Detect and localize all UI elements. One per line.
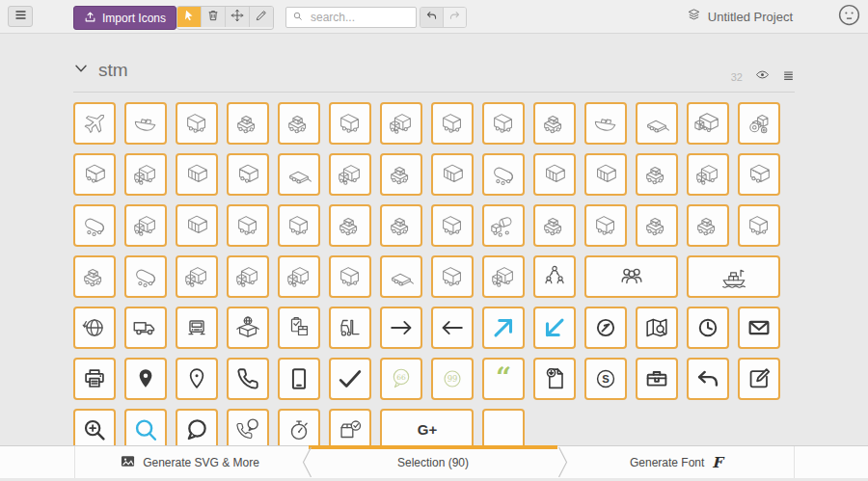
- icon-tile-location-pin-filled[interactable]: [124, 358, 167, 400]
- icon-tile-printer[interactable]: [73, 358, 116, 400]
- icon-tile-limousine[interactable]: [533, 204, 576, 247]
- icon-tile-dump-truck[interactable]: [687, 153, 729, 196]
- icon-tile-phone[interactable]: [227, 358, 269, 400]
- main-menu-button[interactable]: [8, 6, 33, 27]
- icon-tile-bus[interactable]: [73, 153, 116, 196]
- icon-tile-truck-front[interactable]: [176, 307, 218, 349]
- icon-tile-compass[interactable]: [584, 307, 627, 349]
- icon-tile-coupe[interactable]: [687, 204, 729, 247]
- icon-tile-delivery-van[interactable]: [227, 204, 269, 247]
- icon-tile-semi-trailer[interactable]: [176, 153, 218, 196]
- icon-tile-pickup-truck[interactable]: [636, 153, 678, 196]
- icon-tile-container-ship[interactable]: [687, 255, 780, 298]
- icon-tile-armored-truck[interactable]: [584, 204, 627, 247]
- icon-tile-school-bus[interactable]: [227, 153, 269, 196]
- icon-tile-crane-truck[interactable]: [176, 255, 218, 298]
- icon-tile-box-van[interactable]: [431, 204, 474, 247]
- icon-tile-truck-chassis[interactable]: [278, 255, 320, 298]
- project-name-button[interactable]: Untitled Project: [687, 0, 793, 33]
- icon-tile-chat-quote[interactable]: 66: [380, 358, 422, 400]
- icon-tile-tow-hook-truck[interactable]: [227, 255, 269, 298]
- icon-tile-flatbed-truck[interactable]: [278, 153, 320, 196]
- icon-tile-cargo-van[interactable]: [738, 204, 780, 247]
- icon-tile-skype[interactable]: S: [584, 358, 627, 400]
- icon-tile-camper-trailer[interactable]: [482, 102, 525, 145]
- icon-tile-quote-open[interactable]: “: [482, 358, 525, 400]
- icon-tile-sedan[interactable]: [278, 102, 320, 145]
- icon-tile-tanker-truck[interactable]: [73, 204, 116, 247]
- icon-tile-van-rear[interactable]: [329, 255, 371, 298]
- icon-tile-tanker-car[interactable]: [482, 153, 525, 196]
- search-input[interactable]: [309, 10, 410, 25]
- icon-tile-covered-trailer[interactable]: [176, 102, 218, 145]
- icon-tile-hatchback[interactable]: [380, 204, 422, 247]
- icon-tile-open-trailer[interactable]: [636, 102, 678, 145]
- icon-tile-forklift[interactable]: [329, 307, 371, 349]
- import-icons-button[interactable]: Import Icons: [73, 6, 176, 30]
- list-icon[interactable]: [782, 68, 795, 86]
- icon-tile-tanker-trailer[interactable]: [124, 255, 167, 298]
- icon-tile-truck[interactable]: [380, 102, 422, 145]
- icon-tile-minivan[interactable]: [278, 204, 320, 247]
- icon-tile-location-pin[interactable]: [176, 358, 218, 400]
- selection-tab[interactable]: Selection (90): [309, 446, 557, 478]
- chevron-down-icon[interactable]: [73, 61, 89, 80]
- icon-tile-checkmark[interactable]: [329, 358, 371, 400]
- delete-tool-button[interactable]: [202, 7, 226, 27]
- icon-tile-tractor[interactable]: [738, 102, 780, 145]
- icon-tile-quote-badge[interactable]: 99: [431, 358, 474, 400]
- icon-tile-map-search[interactable]: [636, 307, 678, 349]
- icon-tile-arrow-down-left[interactable]: [533, 307, 576, 349]
- icon-tile-briefcase[interactable]: [636, 358, 678, 400]
- icon-tile-reply-arrow[interactable]: [687, 358, 729, 400]
- icon-tile-cargo-container[interactable]: [431, 153, 474, 196]
- icon-tile-cargo-ship[interactable]: [124, 102, 167, 145]
- icon-tile-logistics-network[interactable]: [533, 255, 576, 298]
- icon-tile-document-download[interactable]: [533, 358, 576, 400]
- undo-button[interactable]: [420, 8, 444, 27]
- edit-tool-button[interactable]: [250, 7, 273, 27]
- icon-tile-fuel-truck[interactable]: [124, 204, 167, 247]
- icon-tile-tram[interactable]: [738, 153, 780, 196]
- icon-tile-airplane[interactable]: [73, 102, 116, 145]
- generate-svg-button[interactable]: Generate SVG & More: [74, 446, 306, 478]
- icon-tile-coach-bus[interactable]: [176, 204, 218, 247]
- icon-tile-clock[interactable]: [687, 307, 729, 349]
- select-tool-button[interactable]: [177, 7, 202, 27]
- icon-tile-arrow-right[interactable]: [380, 307, 422, 349]
- icon-tile-team[interactable]: [584, 255, 678, 298]
- icon-tile-armored-vehicle[interactable]: [380, 153, 422, 196]
- move-tool-button[interactable]: [226, 7, 250, 27]
- icon-tile-mail[interactable]: [738, 307, 780, 349]
- redo-icon: [448, 9, 461, 26]
- icon-tile-truck-cab[interactable]: [329, 153, 371, 196]
- generate-font-button[interactable]: Generate Font F: [559, 446, 793, 478]
- icon-tile-arrow-left[interactable]: [431, 307, 474, 349]
- icon-tile-jeep[interactable]: [533, 102, 576, 145]
- icon-tile-trailer-hitch[interactable]: [380, 255, 422, 298]
- icon-tile-shipping-box[interactable]: [227, 307, 269, 349]
- icon-tile-freight-train[interactable]: [687, 102, 729, 145]
- icon-tile-tow-truck[interactable]: [124, 153, 167, 196]
- icon-tile-moving-truck[interactable]: [431, 255, 474, 298]
- icon-tile-pickup[interactable]: [73, 255, 116, 298]
- icon-tile-car[interactable]: [227, 102, 269, 145]
- feedback-button[interactable]: [836, 4, 861, 29]
- redo-button[interactable]: [444, 8, 466, 27]
- icon-tile-box-truck[interactable]: [431, 102, 474, 145]
- icon-tile-crossover[interactable]: [329, 204, 371, 247]
- icon-tile-snow-plow[interactable]: [482, 255, 525, 298]
- icon-tile-box-trailer[interactable]: [329, 102, 371, 145]
- eye-icon[interactable]: [755, 67, 770, 86]
- icon-tile-cement-mixer[interactable]: [482, 204, 525, 247]
- icon-tile-delivery-truck[interactable]: [124, 307, 167, 349]
- icon-tile-suv[interactable]: [636, 204, 678, 247]
- icon-tile-inventory-clipboard[interactable]: [278, 307, 320, 349]
- icon-tile-globe[interactable]: [73, 307, 116, 349]
- icon-tile-smartphone[interactable]: [278, 358, 320, 400]
- icon-tile-barge[interactable]: [584, 102, 627, 145]
- icon-tile-freight-car[interactable]: [533, 153, 576, 196]
- icon-tile-boxcar[interactable]: [584, 153, 627, 196]
- icon-tile-edit-note[interactable]: [738, 358, 780, 400]
- icon-tile-arrow-up-right[interactable]: [482, 307, 525, 349]
